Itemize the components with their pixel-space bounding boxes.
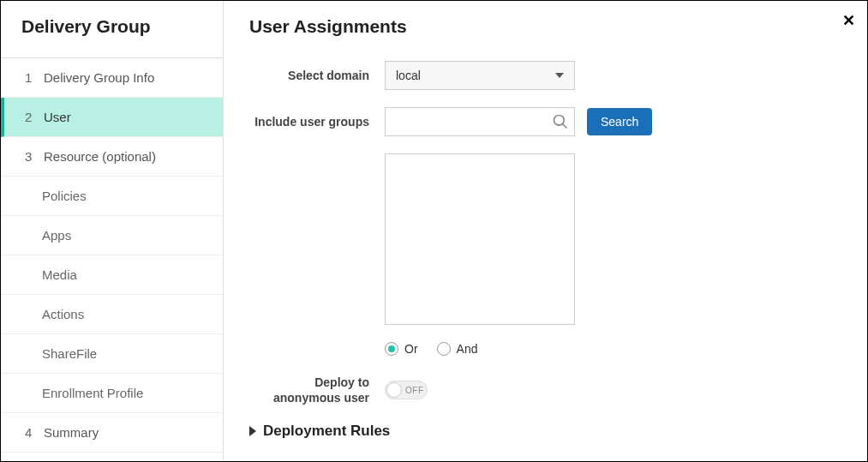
nav-num: 1 — [25, 70, 37, 85]
search-button[interactable]: Search — [587, 108, 652, 135]
domain-select-value: local — [396, 69, 421, 82]
nav-actions[interactable]: Actions — [1, 295, 223, 334]
radio-or[interactable]: Or — [385, 342, 418, 356]
row-select-domain: Select domain local — [249, 61, 841, 90]
nav-num: 2 — [25, 110, 37, 124]
caret-down-icon — [555, 73, 564, 78]
svg-point-0 — [554, 116, 565, 126]
nav-summary[interactable]: 4 Summary — [1, 413, 223, 453]
user-groups-search-wrapper — [385, 107, 575, 136]
domain-select[interactable]: local — [385, 61, 575, 90]
radio-and-circle — [437, 342, 451, 356]
svg-line-1 — [563, 124, 567, 129]
deployment-rules-header[interactable]: Deployment Rules — [249, 423, 841, 440]
user-groups-search-input[interactable] — [394, 115, 552, 129]
radio-and[interactable]: And — [437, 342, 478, 356]
radio-and-label: And — [457, 342, 478, 356]
label-include-groups: Include user groups — [249, 115, 385, 129]
nav-media[interactable]: Media — [1, 255, 223, 295]
nav-delivery-group-info[interactable]: 1 Delivery Group Info — [1, 58, 223, 98]
row-include-groups: Include user groups Search — [249, 107, 841, 136]
close-button[interactable]: ✕ — [842, 11, 855, 30]
nav-policies[interactable]: Policies — [1, 177, 223, 216]
deploy-anonymous-toggle[interactable]: OFF — [385, 381, 428, 399]
search-icon — [552, 113, 569, 130]
label-deploy-anonymous: Deploy to anonymous user — [249, 375, 385, 405]
deployment-rules-title: Deployment Rules — [263, 423, 390, 440]
label-deploy-line2: anonymous user — [273, 391, 369, 405]
sidebar-header: Delivery Group — [1, 1, 223, 58]
radio-or-label: Or — [404, 342, 418, 356]
main-content: ✕ User Assignments Select domain local I… — [224, 1, 867, 461]
nav-label: User — [44, 110, 71, 124]
page-title: User Assignments — [249, 16, 841, 37]
row-deploy-anonymous: Deploy to anonymous user OFF — [249, 375, 841, 405]
label-select-domain: Select domain — [249, 69, 385, 82]
nav-user[interactable]: 2 User — [1, 98, 223, 137]
row-groups-list — [249, 153, 841, 325]
nav-num: 3 — [25, 149, 37, 164]
toggle-knob — [386, 382, 402, 398]
sidebar-title: Delivery Group — [21, 16, 202, 37]
nav-apps[interactable]: Apps — [1, 216, 223, 255]
nav-label: Resource (optional) — [44, 149, 156, 164]
radio-or-circle — [385, 342, 398, 356]
label-deploy-line1: Deploy to — [314, 375, 369, 389]
nav-num: 4 — [25, 425, 37, 440]
sidebar: Delivery Group 1 Delivery Group Info 2 U… — [1, 1, 224, 461]
nav-label: Delivery Group Info — [44, 70, 154, 85]
nav-resource[interactable]: 3 Resource (optional) — [1, 137, 223, 177]
nav-enrollment-profile[interactable]: Enrollment Profile — [1, 374, 223, 413]
logic-radio-group: Or And — [385, 342, 841, 356]
nav-label: Summary — [44, 425, 99, 440]
toggle-state-label: OFF — [405, 386, 424, 395]
nav-sharefile[interactable]: ShareFile — [1, 334, 223, 374]
expand-icon — [249, 426, 256, 436]
user-groups-listbox[interactable] — [385, 153, 575, 325]
